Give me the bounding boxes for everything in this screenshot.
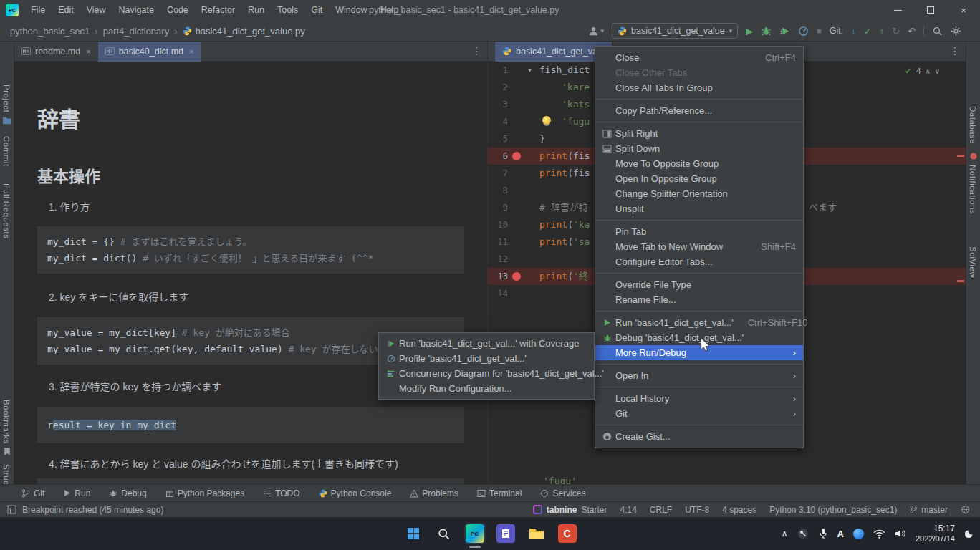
menu-item-pin-tab[interactable]: Pin Tab [595, 224, 803, 239]
profile-widget[interactable]: ▾ [588, 26, 604, 37]
toolwindow-python-packages[interactable]: Python Packages [165, 488, 244, 498]
toolwindow-terminal[interactable]: Terminal [477, 488, 522, 498]
git-push-button[interactable]: ↑ [880, 26, 885, 36]
microphone-icon[interactable] [818, 528, 828, 539]
tabnine-widget[interactable]: tabnine Starter [533, 505, 607, 515]
menu-tools[interactable]: Tools [271, 0, 304, 20]
menu-edit[interactable]: Edit [52, 0, 80, 20]
inspections-widget[interactable]: ✓ 4 ∧ ∨ [905, 64, 940, 77]
tray-blue-circle-icon[interactable] [853, 529, 864, 539]
sidebar-item-pull-requests[interactable]: Pull Requests [2, 183, 11, 238]
menu-run[interactable]: Run [241, 0, 271, 20]
toolwindow-services[interactable]: Services [540, 488, 585, 498]
history-button[interactable]: ↻ [892, 26, 900, 36]
taskbar-app-c-button[interactable]: C [557, 523, 578, 544]
sidebar-item-notifications[interactable]: Notifications [969, 165, 977, 214]
project-folder-icon[interactable] [2, 116, 12, 125]
tab-options-kebab-icon[interactable]: ⋮ [471, 45, 481, 57]
submenu-item-profile[interactable]: Profile 'basic41_dict_get_val...' [379, 351, 594, 366]
menu-item-move-tab-to-new-window[interactable]: Move Tab to New WindowShift+F4 [595, 239, 803, 254]
tray-app-icon[interactable] [797, 528, 809, 539]
menu-item-override-file-type[interactable]: Override File Type [595, 277, 803, 292]
sidebar-item-project[interactable]: Project [2, 85, 11, 112]
menu-file[interactable]: File [24, 0, 52, 20]
tab-options-kebab-icon[interactable]: ⋮ [950, 45, 960, 57]
menu-window[interactable]: Window [329, 0, 373, 20]
run-with-coverage-button[interactable] [779, 26, 790, 37]
python-interpreter[interactable]: Python 3.10 (python_basic_sec1) [769, 505, 897, 515]
ime-indicator[interactable]: A [837, 529, 844, 539]
close-button[interactable]: × [947, 0, 980, 20]
toolwindow-python-console[interactable]: Python Console [319, 488, 392, 498]
tab-readme-md[interactable]: readme.md × [14, 42, 98, 62]
debug-button[interactable] [761, 26, 772, 37]
breakpoint-icon[interactable] [512, 152, 521, 160]
menu-item-change-splitter-orientation[interactable]: Change Splitter Orientation [595, 186, 803, 201]
taskbar-pycharm-button[interactable]: PC [464, 523, 486, 544]
status-widget-icon[interactable] [961, 505, 970, 514]
menu-code[interactable]: Code [160, 0, 195, 20]
next-issue-icon[interactable]: ∨ [935, 67, 940, 75]
toolwindow-debug[interactable]: Debug [109, 488, 146, 498]
menu-item-split-down[interactable]: Split Down [595, 141, 803, 156]
menu-item-create-gist[interactable]: Create Gist... [595, 429, 803, 444]
run-configuration-select[interactable]: basic41_dict_get_value ▾ [612, 23, 738, 39]
breakpoint-icon[interactable] [512, 272, 521, 281]
submenu-item-run-with-coverage[interactable]: Run 'basic41_dict_get_val...' with Cover… [379, 336, 594, 351]
fold-arrow-icon[interactable]: ▾ [528, 62, 532, 79]
profiler-button[interactable] [798, 26, 809, 37]
git-branch-widget[interactable]: master [910, 505, 948, 515]
git-commit-button[interactable]: ✓ [864, 26, 872, 36]
start-button[interactable] [403, 523, 424, 544]
toolwindow-problems[interactable]: Problems [410, 488, 458, 498]
menu-item-close-other-tabs[interactable]: Close Other Tabs [595, 65, 803, 80]
tab-close-icon[interactable]: × [189, 47, 193, 56]
undo-button[interactable]: ↶ [908, 26, 916, 36]
menu-item-debug[interactable]: Debug 'basic41_dict_get_val...' [595, 330, 803, 345]
line-separator[interactable]: CRLF [650, 505, 672, 515]
menu-git[interactable]: Git [304, 0, 329, 20]
stop-button[interactable]: ■ [817, 27, 822, 35]
sidebar-item-bookmarks[interactable]: Bookmarks [2, 400, 11, 444]
settings-gear-button[interactable] [951, 26, 961, 37]
menu-item-open-in-opposite-group[interactable]: Open In Opposite Group [595, 171, 803, 186]
menu-item-rename-file[interactable]: Rename File... [595, 292, 803, 307]
submenu-item-concurrency-diagram[interactable]: Concurrency Diagram for 'basic41_dict_ge… [379, 366, 594, 381]
menu-item-configure-editor-tabs[interactable]: Configure Editor Tabs... [595, 254, 803, 269]
tray-overflow-chevron-icon[interactable]: ∧ [782, 529, 788, 539]
file-encoding[interactable]: UTF-8 [685, 505, 709, 515]
bookmark-icon[interactable] [3, 447, 11, 456]
volume-icon[interactable] [895, 529, 906, 539]
menu-view[interactable]: View [80, 0, 112, 20]
menu-item-move-to-opposite-group[interactable]: Move To Opposite Group [595, 156, 803, 171]
wifi-icon[interactable] [873, 529, 885, 539]
layout-grid-icon[interactable] [7, 505, 16, 514]
menu-refactor[interactable]: Refactor [195, 0, 241, 20]
breadcrumb-folder[interactable]: part4_dictionary [103, 26, 170, 37]
menu-item-more-run-debug[interactable]: More Run/Debug› [595, 345, 803, 360]
caret-position[interactable]: 4:14 [620, 505, 636, 515]
menu-item-local-history[interactable]: Local History› [595, 391, 803, 406]
menu-item-copy-path[interactable]: Copy Path/Reference... [595, 103, 803, 118]
sidebar-item-sciview[interactable]: SciView [969, 246, 977, 278]
tab-basic40-dict-md[interactable]: basic40_dict.md × [98, 42, 201, 62]
sidebar-item-database[interactable]: Database [969, 106, 977, 144]
menu-item-open-in[interactable]: Open In› [595, 368, 803, 383]
error-stripe-mark[interactable] [957, 155, 964, 157]
sidebar-item-commit[interactable]: Commit [2, 136, 11, 167]
git-update-button[interactable]: ↓ [851, 26, 856, 36]
menu-item-run[interactable]: Run 'basic41_dict_get_val...'Ctrl+Shift+… [595, 315, 803, 330]
menu-item-close-all-tabs-in-group[interactable]: Close All Tabs In Group [595, 80, 803, 95]
toolwindow-run[interactable]: Run [63, 488, 90, 498]
taskbar-explorer-button[interactable] [526, 523, 547, 544]
run-button[interactable]: ▶ [746, 26, 753, 36]
submenu-item-modify-run-configuration[interactable]: Modify Run Configuration... [379, 381, 594, 396]
menu-navigate[interactable]: Navigate [112, 0, 160, 20]
prev-issue-icon[interactable]: ∧ [925, 67, 930, 75]
tab-close-icon[interactable]: × [86, 47, 90, 56]
menu-item-close[interactable]: CloseCtrl+F4 [595, 50, 803, 65]
toolwindow-git[interactable]: Git [21, 488, 44, 498]
taskbar-notes-app-button[interactable] [495, 523, 517, 544]
search-everywhere-button[interactable] [932, 26, 943, 37]
menu-item-git[interactable]: Git› [595, 406, 803, 421]
